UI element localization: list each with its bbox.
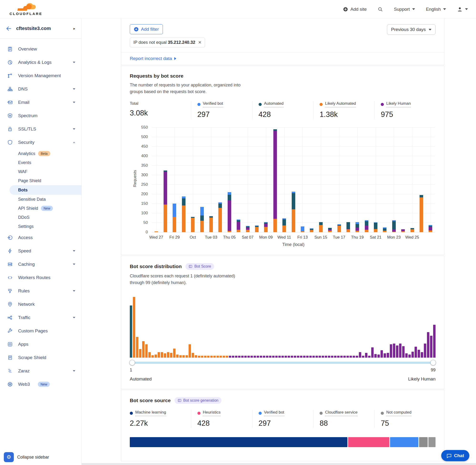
site-switcher[interactable]: cftestsite3.com ▸ [0,19,81,39]
account-menu[interactable] [457,6,468,12]
legend-dot-icon [259,412,262,415]
histogram-bar [414,347,417,358]
language-menu[interactable]: English [426,7,446,12]
category-max-label: Likely Human [408,376,435,382]
histogram-bar [337,356,339,358]
bar-slot [408,127,417,232]
bar-slot [225,127,234,232]
x-axis-tick: Tue 03 [205,235,217,240]
stacked-bar [301,226,304,232]
sidebar-item-workers-routes[interactable]: Workers Routes [0,271,81,284]
sidebar-item-label: Zaraz [18,368,30,374]
collapse-sidebar-control[interactable]: ⚙ Collapse sidebar [4,452,49,462]
sidebar-item-bots[interactable]: Bots [10,185,81,195]
sidebar-item-apps[interactable]: Apps [0,338,81,351]
histogram-bar [136,337,138,358]
legend-dot-icon [197,103,201,106]
sidebar-item-security[interactable]: Security [0,136,81,149]
sidebar-item-events[interactable]: Events [0,158,81,167]
bar-slot [289,127,298,232]
stat-automated: Automated428 [252,101,313,119]
bot-score-generation-docs-pill[interactable]: Bot score generation [175,397,222,404]
bar-segment-likely-automated [264,227,268,232]
chat-button[interactable]: Chat [441,450,469,461]
chevron-right-icon[interactable]: ▸ [73,26,75,31]
doc-icon [7,355,13,360]
filter-chip[interactable]: IP does not equal 35.212.240.32 ✕ [130,38,205,47]
bot-score-docs-pill[interactable]: Bot Score [186,263,214,270]
sidebar-item-dns[interactable]: DNS [0,82,81,96]
add-filter-button[interactable]: Add filter [130,24,163,34]
sidebar-item-api-shield[interactable]: API ShieldNew [0,204,81,213]
cloudflare-logo[interactable]: CLOUDFLARE [10,3,42,16]
sidebar-item-custom-pages[interactable]: Custom Pages [0,324,81,338]
histogram-bar [319,356,321,358]
bar-slot [280,127,289,232]
bar-segment-likely-human [264,223,268,227]
sidebar-item-ddos[interactable]: DDoS [0,213,81,222]
stat-label-text: Heuristics [203,410,221,416]
slider-handle-max[interactable] [430,360,436,365]
histogram-bar [220,356,222,358]
sidebar-item-caching[interactable]: Caching [0,258,81,271]
sidebar-item-web3[interactable]: Web3New [0,378,81,391]
search-button[interactable] [378,7,383,12]
back-arrow-icon[interactable] [6,25,12,32]
bar-segment-likely-automated [301,231,304,232]
bar-segment-likely-human [164,172,167,204]
gear-icon[interactable]: ⚙ [4,452,14,462]
bar-segment-verified-bot [356,222,359,224]
sidebar-item-email[interactable]: Email [0,96,81,109]
traffic-icon [7,315,13,320]
sidebar-item-analytics-logs[interactable]: Analytics & Logs [0,56,81,69]
histogram-bar [207,356,210,358]
close-icon[interactable]: ✕ [198,40,201,45]
sidebar-item-network[interactable]: Network [0,298,81,311]
sidebar-item-access[interactable]: Access [0,231,81,244]
histogram-bar [402,346,405,358]
chevron-down-icon [73,102,75,103]
sidebar-item-waf[interactable]: WAF [0,167,81,176]
add-site-button[interactable]: Add site [343,7,367,12]
sidebar-item-ssl-tls[interactable]: SSL/TLS [0,122,81,136]
slider-handle-min[interactable] [129,360,135,365]
sidebar-item-overview[interactable]: Overview [0,42,81,56]
sidebar-item-page-shield[interactable]: Page Shield [0,176,81,185]
histogram-bar [263,356,265,358]
sidebar-item-zaraz[interactable]: Zaraz [0,364,81,378]
gridline-vertical [394,127,394,232]
bar-slot [152,127,161,232]
sidebar-item-traffic[interactable]: Traffic [0,311,81,324]
histogram-bar [251,356,253,358]
stat-heuristics: Heuristics428 [191,410,252,428]
sidebar-item-version-management[interactable]: Version Management [0,69,81,82]
sidebar-item-label: SSL/TLS [18,127,36,132]
sidebar-item-sensitive-data[interactable]: Sensitive Data [0,195,81,204]
sidebar-item-rules[interactable]: Rules [0,284,81,298]
histogram-bar [427,332,429,358]
support-menu[interactable]: Support [394,7,415,12]
sidebar-item-scrape-shield[interactable]: Scrape Shield [0,351,81,364]
sidebar-item-analytics[interactable]: AnalyticsBeta [0,149,81,158]
sidebar-item-spectrum[interactable]: Spectrum [0,109,81,122]
stacked-bar [228,192,231,232]
histogram-bar [349,356,352,358]
stat-value: 428 [259,110,309,119]
source-card-title: Bot score source [130,398,171,403]
x-axis-tick: Thu 19 [351,235,364,240]
histogram-bar [347,356,349,358]
chevron-down-icon [73,62,75,63]
stacked-bar [246,226,250,232]
report-incorrect-data-link[interactable]: Report incorrect data [130,56,176,61]
chevron-down-icon [412,8,415,10]
sidebar-item-speed[interactable]: Speed [0,244,81,258]
histogram-bar [300,356,302,358]
sidebar-subitem-label: Events [18,160,31,165]
sidebar-item-label: Analytics & Logs [18,60,52,65]
bot-score-distribution-card: Bot score distribution Bot Score Cloudfl… [121,256,444,389]
histogram-bar [393,344,395,358]
date-range-select[interactable]: Previous 30 days [387,24,435,35]
slider-track[interactable] [130,362,435,364]
legend-dot-icon [319,103,323,106]
sidebar-item-settings[interactable]: Settings [0,222,81,231]
